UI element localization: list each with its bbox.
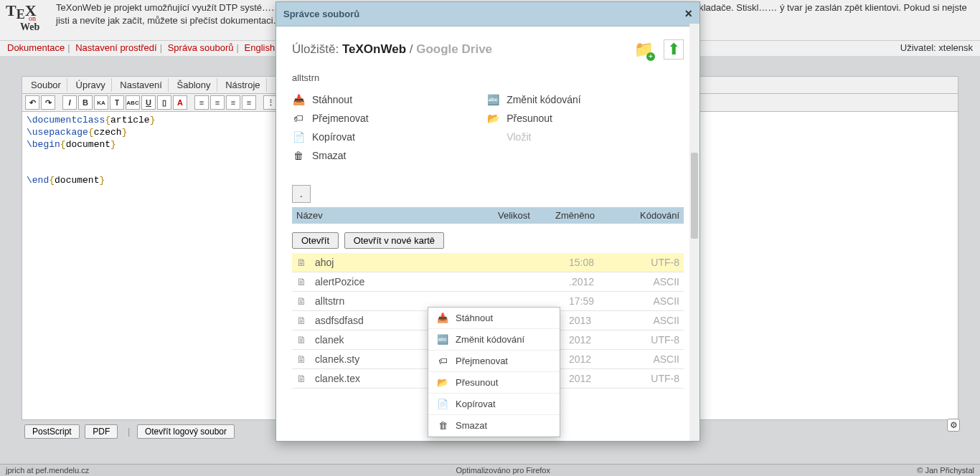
open-button[interactable]: Otevřít [292, 232, 339, 249]
file-icon: 🗎 [296, 276, 308, 287]
copy-icon: 📄 [292, 131, 305, 143]
ctx-encoding[interactable]: 🔤Změnit kódování [428, 329, 560, 351]
file-modified: 2012 [569, 334, 636, 346]
dialog-title-bar: Správce souborů × [276, 2, 699, 27]
file-name: alertPozice [315, 276, 516, 287]
paste-icon [486, 131, 499, 143]
action-copy[interactable]: 📄Kopírovat [292, 128, 472, 146]
file-icon: 🗎 [296, 315, 308, 326]
action-rename[interactable]: 🏷Přejmenovat [292, 109, 472, 128]
menu-templates[interactable]: Šablony [171, 78, 217, 92]
redo-icon[interactable]: ↷ [41, 95, 55, 110]
file-encoding: ASCII [636, 315, 679, 326]
move-icon: 📂 [437, 377, 448, 388]
download-icon: 📥 [292, 94, 305, 105]
file-name: alltstrn [315, 295, 516, 307]
align-justify-icon[interactable]: ≡ [242, 95, 256, 110]
file-row[interactable]: 🗎ahoj15:08UTF-8 [292, 253, 684, 272]
action-delete[interactable]: 🗑Smazat [292, 146, 472, 165]
col-size[interactable]: Velikost [494, 207, 551, 224]
encoding-icon: 🔤 [486, 94, 499, 105]
file-modified: 2012 [569, 353, 636, 365]
file-icon: 🗎 [296, 373, 308, 384]
move-icon: 📂 [486, 113, 499, 124]
ctx-delete[interactable]: 🗑Smazat [428, 415, 560, 437]
nav-files[interactable]: Správa souborů [168, 42, 234, 53]
nav-documentation[interactable]: Dokumentace [7, 42, 65, 53]
postscript-button[interactable]: PostScript [24, 424, 80, 439]
col-name[interactable]: Název [292, 207, 494, 224]
bold-icon[interactable]: B [78, 95, 93, 110]
context-menu: 📥Stáhnout 🔤Změnit kódování 🏷Přejmenovat … [428, 307, 560, 437]
file-row[interactable]: 🗎alertPozice.2012ASCII [292, 272, 684, 292]
ctx-download[interactable]: 📥Stáhnout [428, 308, 560, 329]
footer-copyright: © Jan Přichystal [917, 466, 974, 475]
menu-edit[interactable]: Úpravy [70, 78, 112, 92]
ctx-rename[interactable]: 🏷Přejmenovat [428, 351, 560, 372]
file-modified: 15:08 [569, 257, 636, 268]
action-download[interactable]: 📥Stáhnout [292, 90, 472, 109]
encoding-icon: 🔤 [437, 334, 448, 345]
upload-icon[interactable]: ⬆ [664, 39, 684, 60]
file-icon: 🗎 [296, 353, 308, 365]
menu-tools[interactable]: Nástroje [220, 78, 266, 92]
footer-browser: Optimalizováno pro Firefox [456, 466, 550, 475]
undo-icon[interactable]: ↶ [25, 95, 39, 110]
textcolor-icon[interactable]: ▯ [157, 95, 171, 110]
gear-icon[interactable]: ⚙ [947, 419, 960, 432]
menu-file[interactable]: Soubor [25, 78, 67, 92]
action-paste: Vložit [486, 128, 666, 146]
download-icon: 📥 [437, 313, 448, 323]
align-left-icon[interactable]: ≡ [194, 95, 209, 110]
page-footer: jprich at pef.mendelu.cz Optimalizováno … [0, 464, 980, 476]
ctx-copy[interactable]: 📄Kopírovat [428, 394, 560, 415]
smallcaps-icon[interactable]: KA [94, 95, 108, 110]
nav-settings[interactable]: Nastavení prostředí [75, 42, 156, 53]
highlight-icon[interactable]: A [173, 95, 187, 110]
rename-icon: 🏷 [437, 356, 448, 366]
col-modified[interactable]: Změněno [551, 207, 623, 224]
menu-settings[interactable]: Nastavení [114, 78, 169, 92]
action-move[interactable]: 📂Přesunout [486, 109, 666, 128]
open-log-button[interactable]: Otevřít logový soubor [137, 424, 235, 439]
file-encoding: ASCII [636, 295, 679, 307]
file-modified: 2012 [569, 373, 636, 384]
dialog-title: Správce souborů [283, 9, 359, 19]
col-encoding[interactable]: Kódování [623, 207, 684, 224]
storage-breadcrumb: Úložiště: TeXOnWeb / Google Drive [292, 42, 492, 57]
file-icon: 🗎 [296, 295, 308, 307]
align-right-icon[interactable]: ≡ [226, 95, 240, 110]
file-encoding: UTF-8 [636, 257, 679, 268]
file-encoding: ASCII [636, 276, 679, 287]
file-icon: 🗎 [296, 334, 308, 346]
file-encoding: UTF-8 [636, 334, 679, 346]
file-encoding: ASCII [636, 353, 679, 365]
selected-filename: alltstrn [292, 72, 684, 83]
file-modified: 17:59 [569, 295, 636, 307]
typewriter-icon[interactable]: T [110, 95, 124, 110]
new-folder-icon[interactable]: 📁 [633, 39, 654, 60]
delete-icon: 🗑 [292, 150, 305, 161]
file-modified: 2013 [569, 315, 636, 326]
logo: TEX on Web [6, 1, 49, 37]
parent-dir-button[interactable]: . [292, 185, 311, 203]
italic-icon[interactable]: I [62, 95, 77, 110]
file-modified: .2012 [569, 276, 636, 287]
file-encoding: UTF-8 [636, 373, 679, 384]
nav-english[interactable]: English [245, 42, 275, 53]
action-encoding[interactable]: 🔤Změnit kódování [486, 90, 666, 109]
pdf-button[interactable]: PDF [85, 424, 118, 439]
footer-email: jprich at pef.mendelu.cz [6, 466, 89, 475]
dialog-scrollbar[interactable] [689, 24, 699, 441]
file-list-header: Název Velikost Změněno Kódování [292, 207, 684, 224]
close-icon[interactable]: × [684, 6, 692, 22]
storage-googledrive[interactable]: Google Drive [416, 42, 492, 56]
fontsize-icon[interactable]: ABC [126, 95, 140, 110]
file-icon: 🗎 [296, 257, 308, 268]
open-new-tab-button[interactable]: Otevřít v nové kartě [344, 232, 444, 249]
rename-icon: 🏷 [292, 113, 305, 124]
align-center-icon[interactable]: ≡ [210, 95, 225, 110]
underline-icon[interactable]: U [141, 95, 156, 110]
ctx-move[interactable]: 📂Přesunout [428, 372, 560, 394]
file-name: ahoj [315, 257, 516, 268]
